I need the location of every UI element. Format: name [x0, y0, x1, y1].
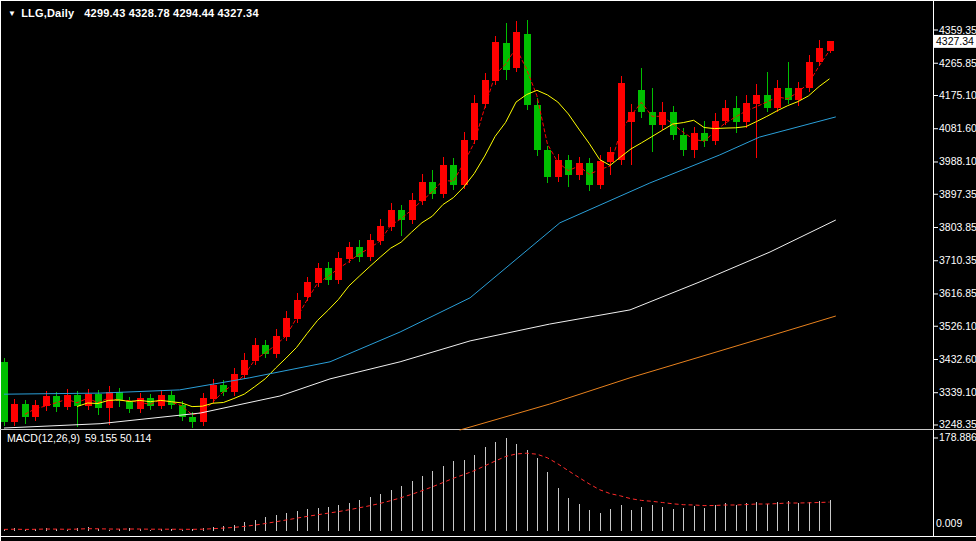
ma-medium-line [4, 117, 836, 394]
svg-text:3988.10: 3988.10 [939, 155, 976, 167]
mt4-chart-window: 4359.354265.854175.104081.603988.103897.… [0, 0, 976, 541]
svg-text:3526.10: 3526.10 [939, 320, 976, 332]
macd-values: 59.155 50.114 [85, 432, 151, 444]
svg-text:3248.35: 3248.35 [939, 418, 976, 430]
macd-name: MACD(12,26,9) [7, 432, 80, 444]
macd-histogram [5, 438, 831, 531]
svg-text:4265.85: 4265.85 [939, 57, 976, 69]
svg-text:3339.10: 3339.10 [939, 386, 976, 398]
candles-layer [1, 20, 834, 428]
macd-signal-line [4, 453, 830, 529]
price-axis[interactable]: 4359.354265.854175.104081.603988.103897.… [934, 24, 976, 431]
svg-text:3710.35: 3710.35 [939, 254, 976, 266]
current-price-tag: 4327.34 [934, 35, 976, 48]
svg-text:178.886: 178.886 [939, 431, 976, 443]
chart-title: ▼LLG,Daily4299.43 4328.78 4294.44 4327.3… [8, 7, 259, 19]
ohlc-values: 4299.43 4328.78 4294.44 4327.34 [84, 7, 258, 19]
svg-text:3432.60: 3432.60 [939, 353, 976, 365]
macd-axis[interactable]: 178.8860.009 [934, 431, 976, 529]
svg-text:4327.34: 4327.34 [936, 35, 974, 47]
macd-indicator-label: MACD(12,26,9)59.155 50.114 [7, 432, 151, 444]
ma-fast-line [25, 48, 830, 415]
svg-text:3616.85: 3616.85 [939, 287, 976, 299]
ma-long-line [4, 220, 836, 428]
symbol-dropdown-icon[interactable]: ▼ [8, 9, 16, 18]
svg-text:4175.10: 4175.10 [939, 89, 976, 101]
svg-text:3897.35: 3897.35 [939, 188, 976, 200]
svg-text:4359.35: 4359.35 [939, 24, 976, 36]
svg-text:0.009: 0.009 [936, 517, 962, 529]
svg-text:3803.85: 3803.85 [939, 221, 976, 233]
symbol-period-label: LLG,Daily [21, 7, 74, 19]
ma-longest-line [460, 316, 836, 430]
price-chart-svg[interactable]: 4359.354265.854175.104081.603988.103897.… [0, 0, 976, 541]
svg-text:4081.60: 4081.60 [939, 122, 976, 134]
